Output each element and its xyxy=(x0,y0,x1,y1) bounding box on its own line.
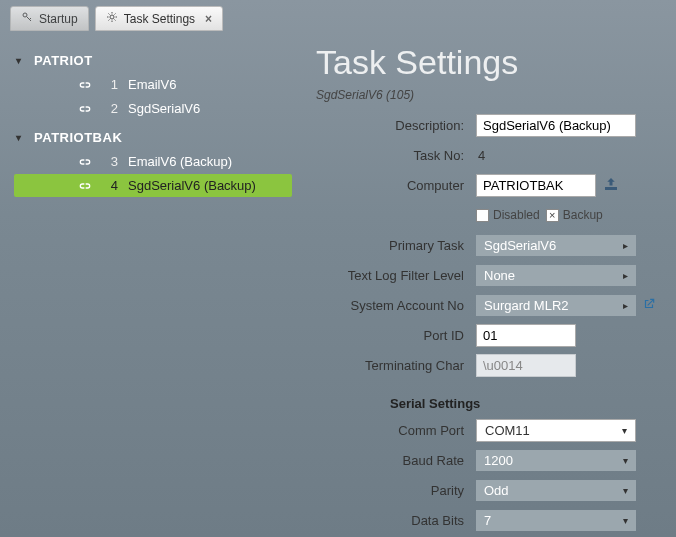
page-subtitle: SgdSerialV6 (105) xyxy=(316,88,656,102)
label-description: Description: xyxy=(316,118,476,133)
chain-icon xyxy=(76,179,94,193)
label-comm-port: Comm Port xyxy=(316,423,476,438)
disabled-label: Disabled xyxy=(493,208,540,222)
upload-icon[interactable] xyxy=(602,176,620,195)
backup-checkbox[interactable]: × Backup xyxy=(546,208,603,222)
description-input[interactable] xyxy=(476,114,636,137)
text-log-combo[interactable]: None ▸ xyxy=(476,265,636,286)
combo-value: Surgard MLR2 xyxy=(484,298,569,313)
combo-value: Odd xyxy=(484,483,509,498)
comm-port-combo[interactable]: COM11 ▾ xyxy=(476,419,636,442)
tree-group-patriotbak[interactable]: ▾ PATRIOTBAK xyxy=(8,126,298,149)
label-data-bits: Data Bits xyxy=(316,513,476,528)
chain-icon xyxy=(76,102,94,116)
primary-task-combo[interactable]: SgdSerialV6 ▸ xyxy=(476,235,636,256)
term-char-input[interactable] xyxy=(476,354,576,377)
settings-panel: Task Settings SgdSerialV6 (105) Descript… xyxy=(306,31,676,537)
tree-item-label: SgdSerialV6 xyxy=(128,101,200,116)
tab-startup[interactable]: Startup xyxy=(10,6,89,31)
label-parity: Parity xyxy=(316,483,476,498)
external-link-icon[interactable] xyxy=(642,297,656,314)
checkbox-box-checked: × xyxy=(546,209,559,222)
system-account-combo[interactable]: Surgard MLR2 ▸ xyxy=(476,295,636,316)
chain-icon xyxy=(76,78,94,92)
tree-item[interactable]: 1 EmailV6 xyxy=(14,73,292,96)
tab-bar: Startup Task Settings × xyxy=(0,0,676,31)
tree-item-selected[interactable]: 4 SgdSerialV6 (Backup) xyxy=(14,174,292,197)
tree-item[interactable]: 3 EmailV6 (Backup) xyxy=(14,150,292,173)
chevron-right-icon: ▸ xyxy=(623,300,628,311)
svg-point-3 xyxy=(110,15,114,19)
svg-line-2 xyxy=(30,18,32,20)
combo-value: None xyxy=(484,268,515,283)
combo-value: 1200 xyxy=(484,453,513,468)
tree-group-patriot[interactable]: ▾ PATRIOT xyxy=(8,49,298,72)
svg-point-0 xyxy=(23,13,27,17)
tree-item-label: SgdSerialV6 (Backup) xyxy=(128,178,256,193)
tree-item-label: EmailV6 xyxy=(128,77,176,92)
disabled-checkbox[interactable]: Disabled xyxy=(476,208,540,222)
tree-group-label: PATRIOT xyxy=(34,53,93,68)
label-primary-task: Primary Task xyxy=(316,238,476,253)
chevron-down-icon: ▾ xyxy=(16,132,22,143)
tab-startup-label: Startup xyxy=(39,12,78,26)
chevron-down-icon: ▾ xyxy=(622,425,627,436)
computer-input[interactable] xyxy=(476,174,596,197)
baud-rate-combo[interactable]: 1200 ▾ xyxy=(476,450,636,471)
backup-label: Backup xyxy=(563,208,603,222)
tab-task-settings[interactable]: Task Settings × xyxy=(95,6,223,31)
tree-item-num: 1 xyxy=(104,77,118,92)
key-icon xyxy=(21,11,33,26)
data-bits-combo[interactable]: 7 ▾ xyxy=(476,510,636,531)
page-title: Task Settings xyxy=(316,43,656,82)
combo-value: 7 xyxy=(484,513,491,528)
chain-icon xyxy=(76,155,94,169)
label-computer: Computer xyxy=(316,178,476,193)
tree-item-label: EmailV6 (Backup) xyxy=(128,154,232,169)
label-baud-rate: Baud Rate xyxy=(316,453,476,468)
tree-item-num: 4 xyxy=(104,178,118,193)
chevron-down-icon: ▾ xyxy=(16,55,22,66)
label-system-account: System Account No xyxy=(316,298,476,313)
combo-value: SgdSerialV6 xyxy=(484,238,556,253)
task-no-value: 4 xyxy=(476,148,485,163)
label-term-char: Terminating Char xyxy=(316,358,476,373)
label-task-no: Task No: xyxy=(316,148,476,163)
chevron-right-icon: ▸ xyxy=(623,270,628,281)
tree-item-num: 2 xyxy=(104,101,118,116)
combo-value: COM11 xyxy=(485,423,530,438)
label-port-id: Port ID xyxy=(316,328,476,343)
parity-combo[interactable]: Odd ▾ xyxy=(476,480,636,501)
tree-panel: ▾ PATRIOT 1 EmailV6 2 SgdSerialV6 ▾ PATR… xyxy=(0,31,306,537)
tab-task-settings-label: Task Settings xyxy=(124,12,195,26)
tree-item[interactable]: 2 SgdSerialV6 xyxy=(14,97,292,120)
serial-settings-header: Serial Settings xyxy=(390,396,656,411)
close-icon[interactable]: × xyxy=(205,12,212,26)
gear-icon xyxy=(106,11,118,26)
checkbox-box xyxy=(476,209,489,222)
tree-item-num: 3 xyxy=(104,154,118,169)
chevron-down-icon: ▾ xyxy=(623,485,628,496)
chevron-down-icon: ▾ xyxy=(623,455,628,466)
chevron-right-icon: ▸ xyxy=(623,240,628,251)
tree-group-label: PATRIOTBAK xyxy=(34,130,122,145)
port-id-input[interactable] xyxy=(476,324,576,347)
label-text-log: Text Log Filter Level xyxy=(316,268,476,283)
chevron-down-icon: ▾ xyxy=(623,515,628,526)
